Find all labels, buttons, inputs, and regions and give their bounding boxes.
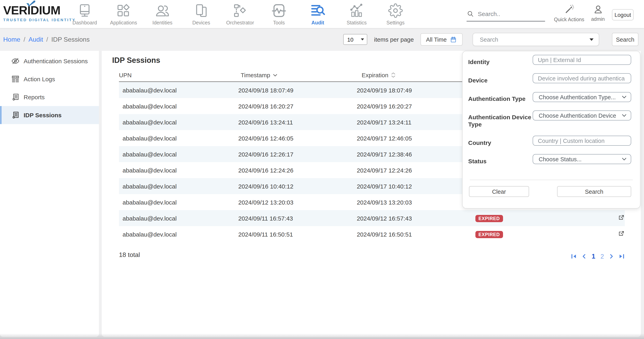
apply-filters-button[interactable]: Search [557,186,631,197]
chevron-down-icon [622,158,626,160]
cell-upn: ababalau@dev.local [119,183,238,190]
sidebar-item-label: Reports [24,94,45,100]
nav-item-audit[interactable]: Audit [298,0,337,28]
last-page-icon[interactable] [619,254,624,259]
toolbar-search-button[interactable]: Search [612,33,638,46]
page-number-1[interactable]: 1 [592,253,595,260]
cell-upn: ababalau@dev.local [119,87,238,93]
app-root: VERIDIUM TRUSTED DIGITAL IDENTITY Dashbo… [0,0,644,339]
devices-icon [194,3,209,18]
global-search [466,10,545,22]
open-session-icon[interactable] [618,214,625,221]
clear-filters-button[interactable]: Clear [469,186,529,197]
brand-logo[interactable]: VERIDIUM TRUSTED DIGITAL IDENTITY [3,3,76,22]
pulse-box-icon [272,3,286,18]
sidebar-item-label: Action Logs [24,76,55,82]
nav-item-orchestrator[interactable]: Orchestrator [221,0,260,28]
cell-upn: ababalau@dev.local [119,231,238,238]
authentication-type-select[interactable]: Choose Authentication Type... [533,92,631,102]
time-filter-button[interactable]: All Time [420,33,462,46]
eye-off-icon [11,57,20,65]
sidebar-item-reports[interactable]: Reports [0,88,99,106]
logout-button[interactable]: Logout [612,9,634,20]
breadcrumb-current: IDP Sessions [51,36,90,43]
identity-input[interactable] [533,55,631,65]
page-number-2[interactable]: 2 [600,253,604,260]
global-search-input[interactable] [478,10,538,17]
cell-timestamp: 2024/09/16 12:46:05 [238,135,357,141]
table-row: ababalau@dev.local 2024/09/11 16:50:51 2… [119,226,625,242]
table-row: ababalau@dev.local 2024/09/11 16:57:43 2… [119,210,625,226]
filter-label-identity: Identity [468,58,532,66]
prev-page-icon[interactable] [582,254,586,259]
authentication-device-type-select[interactable]: Choose Authentication Device [533,110,631,120]
calendar-icon [450,36,457,43]
column-header-upn: UPN [119,72,241,78]
column-header-timestamp[interactable]: Timestamp [241,72,362,78]
cell-expiration: 2024/09/19 18:07:49 [357,87,476,93]
quick-actions-button[interactable]: Quick Actions [553,4,585,22]
status-select[interactable]: Choose Status... [533,154,631,164]
brand-name: VERIDIUM [3,3,76,17]
breadcrumb-audit[interactable]: Audit [28,36,43,43]
user-menu[interactable]: admin [587,4,609,22]
log-list-icon [11,75,20,83]
dropdown-caret-icon [590,38,594,41]
sidebar-item-authentication-sessions[interactable]: Authentication Sessions [0,52,99,70]
breadcrumb-separator: / [24,36,25,43]
top-bar: VERIDIUM TRUSTED DIGITAL IDENTITY Dashbo… [0,0,644,28]
country-input[interactable] [533,136,631,146]
sidebar-item-idp-sessions[interactable]: IDP Sessions [0,106,99,124]
open-session-icon[interactable] [618,230,625,237]
device-input[interactable] [533,73,631,83]
nav-label: Audit [312,20,324,26]
breadcrumb-separator: / [46,36,48,43]
grid-shapes-icon [116,3,131,18]
chevron-down-icon [622,96,626,98]
people-icon [155,3,170,18]
nav-item-applications[interactable]: Applications [104,0,143,28]
next-page-icon[interactable] [609,254,614,259]
monitor-icon [77,3,92,18]
nav-item-dashboard[interactable]: Dashboard [65,0,104,28]
nav-label: Identities [152,20,172,26]
document-icon [11,111,20,119]
nav-label: Dashboard [72,20,97,26]
breadcrumb-home[interactable]: Home [3,36,20,43]
document-icon [11,93,20,101]
cell-upn: ababalau@dev.local [119,199,238,206]
sort-both-icon [391,72,395,78]
cell-timestamp: 2024/09/11 16:57:43 [238,215,357,222]
cell-timestamp: 2024/09/18 16:20:27 [238,103,357,109]
cell-expiration: 2024/09/12 16:50:51 [357,231,476,238]
page-title: IDP Sessions [112,56,160,65]
items-per-page-select[interactable]: 10 [343,34,367,45]
nav-item-tools[interactable]: Tools [260,0,298,28]
filter-label-device: Device [468,77,532,84]
sidebar-item-label: IDP Sessions [24,112,62,118]
total-count: 18 total [119,251,140,259]
first-page-icon[interactable] [571,254,577,259]
filter-panel: Identity Device Authentication Type Choo… [462,51,640,209]
cell-upn: ababalau@dev.local [119,151,238,157]
sidebar-item-action-logs[interactable]: Action Logs [0,70,99,88]
flowchart-icon [233,3,248,18]
cell-timestamp: 2024/09/12 13:20:03 [238,199,357,206]
cell-timestamp: 2024/09/18 18:07:49 [238,87,357,93]
nav-label: Tools [273,20,285,26]
search-filter-dropdown[interactable]: Search [472,33,599,46]
sidebar: Authentication Sessions Action Logs Repo… [0,51,99,337]
cell-timestamp: 2024/09/16 12:24:26 [238,167,357,174]
sort-desc-icon [273,74,277,76]
nav-item-identities[interactable]: Identities [143,0,182,28]
cell-timestamp: 2024/09/16 10:40:12 [238,183,357,190]
cell-timestamp: 2024/09/16 13:24:11 [238,119,357,125]
nav-item-statistics[interactable]: Statistics [337,0,376,28]
cell-expiration: 2024/09/19 16:20:27 [357,103,476,109]
search-icon [466,10,474,17]
filter-label-authentication-type: Authentication Type [468,95,532,102]
nav-item-settings[interactable]: Settings [376,0,415,28]
wand-icon [564,4,574,14]
nav-item-devices[interactable]: Devices [182,0,221,28]
quick-actions-label: Quick Actions [554,17,584,22]
